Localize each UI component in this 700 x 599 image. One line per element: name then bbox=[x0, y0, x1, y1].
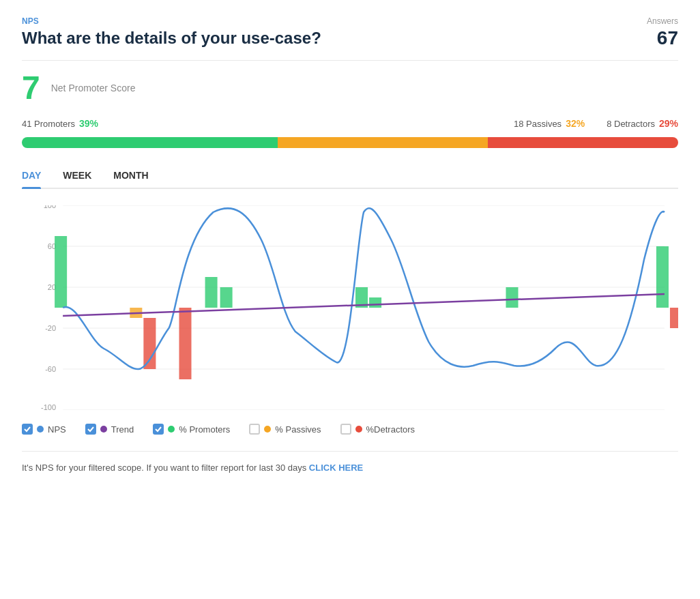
legend-nps-dot bbox=[37, 426, 44, 433]
tab-month[interactable]: MONTH bbox=[113, 164, 148, 188]
legend-passives-dot bbox=[264, 426, 271, 433]
legend-promoters-checkbox[interactable] bbox=[153, 424, 164, 435]
footer-text: It's NPS for your filtered scope. If you… bbox=[22, 463, 306, 473]
checkmark-icon bbox=[87, 426, 94, 433]
bar-sep3-green bbox=[506, 287, 518, 308]
tab-day[interactable]: DAY bbox=[22, 164, 41, 188]
progress-bar bbox=[22, 137, 678, 148]
stats-row: 41 Promoters 39% 18 Passives 32% 8 Detra… bbox=[22, 118, 678, 129]
chart-svg: 100 60 20 -20 -60 -100 Aug 28 Aug 29 Aug… bbox=[22, 205, 678, 410]
answers-value: 67 bbox=[647, 27, 678, 49]
bar-aug30-green bbox=[205, 277, 218, 308]
legend-detractors-label: %Detractors bbox=[366, 424, 415, 435]
legend-nps-checkbox[interactable] bbox=[22, 424, 33, 435]
checkmark-icon bbox=[24, 426, 31, 433]
legend-passives[interactable]: % Passives bbox=[249, 424, 321, 435]
bar-aug28-green bbox=[55, 236, 67, 308]
answers-label: Answers bbox=[647, 16, 678, 26]
legend-trend[interactable]: Trend bbox=[85, 424, 134, 435]
bar-sep5-green bbox=[656, 246, 669, 308]
progress-detractors bbox=[488, 137, 678, 148]
bar-aug30-green2 bbox=[220, 287, 233, 308]
legend-passives-label: % Passives bbox=[275, 424, 321, 435]
header-right: Answers 67 bbox=[647, 16, 678, 49]
checkmark-icon bbox=[155, 426, 162, 433]
bar-aug29-red2 bbox=[179, 308, 191, 379]
legend-promoters-label: % Promoters bbox=[179, 424, 230, 435]
chart-wrapper: 100 60 20 -20 -60 -100 Aug 28 Aug 29 Aug… bbox=[22, 205, 678, 410]
legend-nps[interactable]: NPS bbox=[22, 424, 66, 435]
chart-section: 100 60 20 -20 -60 -100 Aug 28 Aug 29 Aug… bbox=[22, 205, 678, 435]
time-tabs: DAY WEEK MONTH bbox=[22, 164, 678, 189]
footer-bar: It's NPS for your filtered scope. If you… bbox=[22, 451, 678, 473]
promoters-count: 41 Promoters bbox=[22, 119, 75, 129]
promoters-stat: 41 Promoters 39% bbox=[22, 118, 98, 129]
y-label-neg100: -100 bbox=[41, 403, 56, 410]
legend-passives-checkbox[interactable] bbox=[249, 424, 260, 435]
legend-promoters-dot bbox=[168, 426, 175, 433]
header-left: NPS What are the details of your use-cas… bbox=[22, 16, 321, 48]
legend-nps-label: NPS bbox=[48, 424, 66, 435]
legend-trend-label: Trend bbox=[111, 424, 134, 435]
detractors-stat: 8 Detractors 29% bbox=[607, 118, 678, 129]
page-header: NPS What are the details of your use-cas… bbox=[22, 16, 678, 49]
nps-label: NPS bbox=[22, 16, 321, 26]
detractors-count: 8 Detractors bbox=[607, 119, 655, 129]
y-label-neg20: -20 bbox=[45, 324, 56, 332]
header-divider bbox=[22, 60, 678, 61]
passives-count: 18 Passives bbox=[514, 119, 562, 129]
tab-week[interactable]: WEEK bbox=[63, 164, 91, 188]
click-here-link[interactable]: CLICK HERE bbox=[309, 463, 363, 473]
bar-sep5-red bbox=[670, 308, 678, 328]
progress-promoters bbox=[22, 137, 278, 148]
bar-sep1-green2 bbox=[369, 297, 381, 308]
nps-score-section: 7 Net Promoter Score bbox=[22, 72, 678, 104]
passives-pct: 32% bbox=[566, 118, 585, 129]
legend-detractors-dot bbox=[355, 426, 362, 433]
chart-legend: NPS Trend % Promoters % Passives bbox=[22, 424, 678, 435]
nps-score-number: 7 bbox=[22, 72, 40, 104]
passives-stat: 18 Passives 32% bbox=[514, 118, 585, 129]
legend-trend-dot bbox=[100, 426, 107, 433]
nps-score-label: Net Promoter Score bbox=[51, 83, 136, 93]
legend-trend-checkbox[interactable] bbox=[85, 424, 96, 435]
y-label-neg60: -60 bbox=[45, 365, 56, 373]
detractors-pct: 29% bbox=[659, 118, 678, 129]
bar-aug29-red bbox=[143, 318, 156, 369]
legend-promoters[interactable]: % Promoters bbox=[153, 424, 230, 435]
legend-detractors-checkbox[interactable] bbox=[340, 424, 351, 435]
promoters-pct: 39% bbox=[79, 118, 98, 129]
page-title: What are the details of your use-case? bbox=[22, 29, 321, 48]
y-label-100: 100 bbox=[44, 205, 56, 209]
progress-passives bbox=[278, 137, 488, 148]
legend-detractors[interactable]: %Detractors bbox=[340, 424, 415, 435]
